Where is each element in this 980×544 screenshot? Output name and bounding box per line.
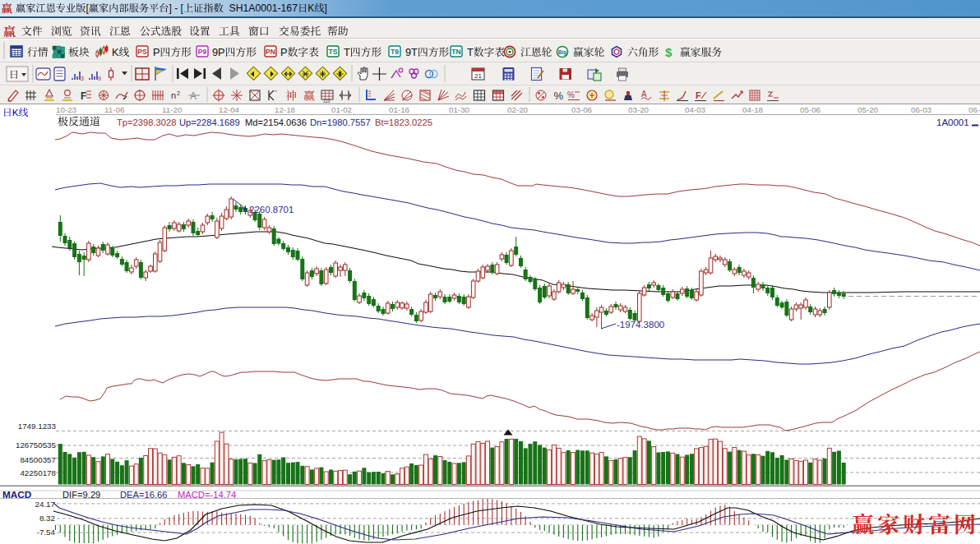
svg-text:8.32: 8.32: [39, 514, 55, 523]
svg-text:123: 123: [323, 99, 331, 104]
svg-text:T9: T9: [391, 48, 399, 56]
svg-text:9P: 9P: [212, 46, 225, 58]
svg-text:MACD=-14.74: MACD=-14.74: [178, 490, 236, 500]
svg-text:-1974.3800: -1974.3800: [617, 320, 664, 330]
svg-text:1749.1233: 1749.1233: [18, 422, 57, 431]
svg-text:DIF=9.29: DIF=9.29: [62, 490, 100, 500]
svg-text:": ": [275, 89, 277, 96]
svg-text:9: 9: [98, 76, 101, 81]
svg-text:05-06: 05-06: [800, 105, 821, 114]
svg-text:TS: TS: [329, 48, 338, 56]
svg-text:84500357: 84500357: [20, 455, 56, 464]
svg-text:9T: 9T: [405, 46, 418, 58]
svg-text:[: [: [86, 2, 89, 14]
svg-text:03-20: 03-20: [628, 105, 649, 114]
svg-text:TN: TN: [451, 48, 460, 56]
svg-text:Dn=1980.7557: Dn=1980.7557: [310, 118, 371, 127]
svg-text:2: 2: [177, 90, 180, 96]
svg-text:11-06: 11-06: [104, 105, 125, 114]
svg-text:04-18: 04-18: [742, 105, 764, 114]
svg-text:T: T: [467, 46, 474, 58]
svg-text:2260.8701: 2260.8701: [249, 205, 294, 214]
svg-text:PS: PS: [137, 48, 147, 56]
svg-text:-7.54: -7.54: [37, 528, 56, 537]
svg-text:Up=2284.1689: Up=2284.1689: [179, 118, 240, 127]
svg-text:SH1A0001-167: SH1A0001-167: [224, 2, 298, 14]
svg-text:06-17: 06-17: [968, 105, 980, 114]
svg-text:T: T: [344, 46, 350, 58]
svg-text:10-23: 10-23: [56, 105, 77, 114]
svg-text:Bt=1823.0225: Bt=1823.0225: [375, 118, 432, 127]
svg-text:Tp=2398.3028: Tp=2398.3028: [117, 118, 176, 127]
svg-text:04-03: 04-03: [685, 105, 706, 114]
svg-text:]: ]: [325, 2, 327, 14]
svg-text:F: F: [81, 90, 86, 102]
svg-text:126750535: 126750535: [16, 440, 57, 449]
svg-text:P: P: [153, 46, 160, 58]
svg-text:Big: Big: [558, 49, 567, 56]
svg-text:06-03: 06-03: [911, 105, 932, 114]
svg-text:42250178: 42250178: [20, 468, 56, 477]
svg-text:01-16: 01-16: [389, 105, 410, 114]
svg-text:24.17: 24.17: [35, 500, 55, 509]
svg-text:03-06: 03-06: [571, 105, 593, 114]
svg-text:11-20: 11-20: [162, 105, 183, 114]
svg-text:%: %: [554, 90, 564, 102]
svg-text:3: 3: [81, 76, 84, 81]
svg-text:01-02: 01-02: [331, 105, 352, 114]
svg-text:02-20: 02-20: [507, 105, 529, 114]
svg-text:] - [: ] - [: [169, 2, 183, 14]
svg-text:K: K: [112, 46, 119, 58]
svg-text:A: A: [190, 90, 196, 102]
svg-text:$: $: [665, 45, 673, 59]
svg-text:05-20: 05-20: [858, 105, 879, 114]
svg-text:F: F: [696, 90, 701, 100]
svg-text:12-18: 12-18: [275, 105, 296, 114]
svg-text:21: 21: [474, 72, 482, 80]
svg-text:DEA=16.66: DEA=16.66: [120, 490, 168, 500]
svg-text:01-30: 01-30: [449, 105, 470, 114]
svg-text:1A0001: 1A0001: [936, 118, 969, 127]
svg-text:n: n: [171, 90, 176, 100]
svg-text:K: K: [12, 107, 19, 118]
svg-text:K: K: [307, 2, 314, 14]
svg-text:PN: PN: [266, 48, 275, 56]
svg-text:12-04: 12-04: [219, 105, 240, 114]
svg-text:P9: P9: [198, 48, 207, 56]
svg-text:Md=2154.0636: Md=2154.0636: [245, 118, 307, 127]
svg-text:MACD: MACD: [2, 489, 32, 500]
svg-text:P: P: [280, 46, 288, 58]
svg-text:%: %: [567, 90, 575, 99]
